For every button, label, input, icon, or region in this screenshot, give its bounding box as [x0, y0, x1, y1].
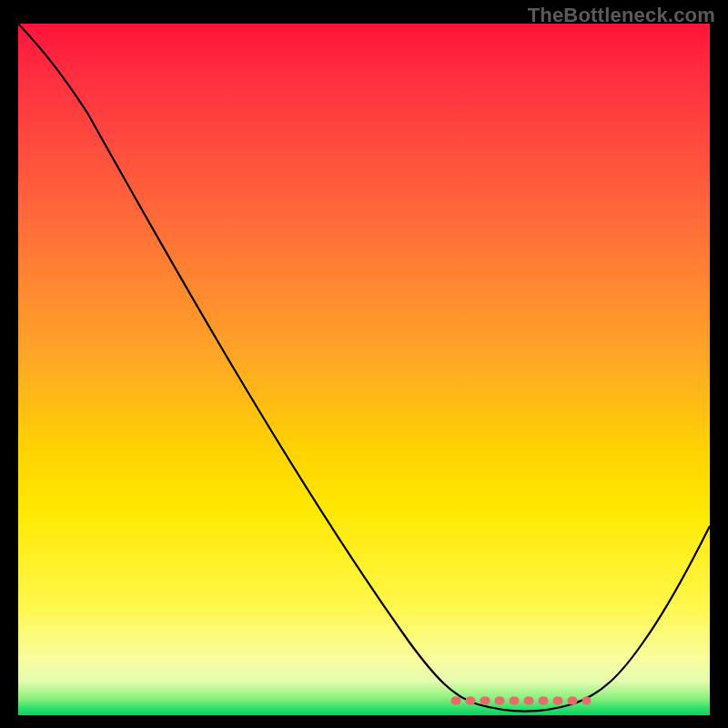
bottleneck-curve	[18, 24, 710, 712]
watermark-text: TheBottleneck.com	[528, 4, 715, 27]
chart-plot-area	[18, 24, 710, 715]
page-root: TheBottleneck.com	[0, 0, 728, 728]
chart-svg	[18, 24, 710, 715]
